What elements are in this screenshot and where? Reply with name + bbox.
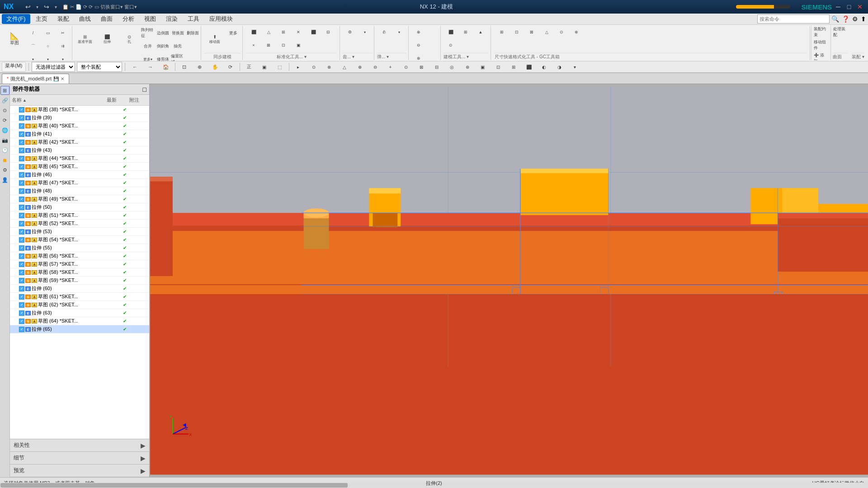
gear1[interactable]: ⚙ — [343, 26, 357, 38]
view-more14[interactable]: ⊡ — [491, 62, 505, 71]
replace-face-button[interactable]: 替换面 — [170, 27, 185, 39]
tree-row[interactable]: ✓ S A 草图 (56) *SKET... ✔ — [10, 252, 149, 260]
menu-m-button[interactable]: 菜单(M) — [2, 62, 26, 72]
tree-row[interactable]: ✓ E 拉伸 (39) ✔ — [10, 114, 149, 122]
datum-plane-button[interactable]: ⊞ 基准平面 — [74, 27, 96, 52]
tree-row[interactable]: ✓ S A 草图 (40) *SKET... ✔ — [10, 122, 149, 130]
view-more3[interactable]: ⊗ — [322, 62, 336, 71]
tree-row[interactable]: ✓ S A 草图 (42) *SKET... ✔ — [10, 138, 149, 146]
arc-button[interactable]: ⌒ — [26, 40, 40, 52]
view-btn1[interactable]: ← — [128, 62, 142, 71]
tool5[interactable]: ⬛ — [306, 26, 321, 38]
view-more15[interactable]: ⊞ — [506, 62, 521, 71]
view-rotate[interactable]: ⟳ — [223, 62, 238, 71]
tab-model[interactable]: * 抛光机_model8.prt 💾 ✕ — [2, 74, 69, 84]
assembly-constraint-button[interactable]: 装配约束 — [813, 26, 828, 38]
tool10[interactable]: ▣ — [291, 39, 306, 52]
move-component-button[interactable]: 移动组件 — [813, 39, 828, 52]
view-more17[interactable]: ◐ — [537, 62, 552, 71]
add-component-button[interactable]: ➕ 添加 — [813, 52, 828, 60]
spring1[interactable]: ⫛ — [377, 26, 392, 38]
chamfer-button[interactable]: 倒斜角 — [156, 40, 170, 52]
view-more19[interactable]: ▾ — [568, 62, 582, 71]
tool8[interactable]: ⊠ — [261, 39, 276, 52]
maximize-button[interactable]: □ — [844, 2, 854, 11]
view-btn3[interactable]: 🏠 — [159, 62, 173, 71]
move-face-button[interactable]: ⬆ 移动面 — [204, 27, 226, 52]
web-icon[interactable]: 🌐 — [0, 126, 9, 135]
mt4[interactable]: ⊙ — [443, 39, 458, 52]
tree-row[interactable]: ✓ E 拉伸 (65) ✔ — [10, 325, 149, 333]
tree-row[interactable]: ✓ E 拉伸 (50) ✔ — [10, 203, 149, 211]
rect-button[interactable]: ▭ — [41, 27, 55, 39]
tree-row[interactable]: ✓ S A 草图 (57) *SKET... ✔ — [10, 260, 149, 268]
view-front[interactable]: 正 — [242, 62, 256, 71]
tool3[interactable]: ⊞ — [276, 26, 291, 38]
view-shade[interactable]: ▣ — [257, 62, 272, 71]
tool7[interactable]: × — [246, 39, 261, 52]
view-pan[interactable]: ✋ — [208, 62, 222, 71]
tool9[interactable]: ⊡ — [276, 39, 291, 52]
part-navigator-icon[interactable]: ⊞ — [0, 86, 9, 95]
tree-col-name[interactable]: 名称 ▲ — [12, 97, 107, 103]
redo-dropdown[interactable]: ▾ — [55, 5, 57, 9]
combine-button[interactable]: 合并 — [141, 40, 155, 52]
shell-button[interactable]: 抽壳 — [170, 40, 185, 52]
delete-face-button[interactable]: 删除面 — [185, 27, 200, 39]
history-icon[interactable]: ⟳ — [0, 116, 9, 125]
tree-row[interactable]: ✓ S A 草图 (52) *SKET... ✔ — [10, 220, 149, 228]
spring1-drop[interactable]: ▾ — [392, 26, 406, 38]
edge-blend-button[interactable]: 边倒圆 — [156, 27, 170, 39]
sketch-button[interactable]: 📐 草图 — [4, 27, 25, 52]
tool2[interactable]: △ — [261, 26, 276, 38]
tree-row[interactable]: ✓ S A 草图 (61) *SKET... ✔ — [10, 293, 149, 301]
view-more2[interactable]: ⊙ — [307, 62, 321, 71]
menu-render[interactable]: 渲染 — [161, 14, 182, 24]
tree-row[interactable]: ✓ S A 草图 (38) *SKET... ✔ — [10, 106, 149, 114]
view-more4[interactable]: △ — [337, 62, 352, 71]
role-icon[interactable]: 👤 — [0, 175, 9, 184]
tree-content[interactable]: ✓ S A 草图 (38) *SKET... ✔ ✓ E 拉伸 (39) ✔ ✓… — [10, 106, 149, 439]
related-section[interactable]: 相关性 ▶ — [10, 439, 149, 452]
clock-icon[interactable]: 🕐 — [0, 145, 9, 155]
view-more12[interactable]: ⊛ — [460, 62, 475, 71]
view-more10[interactable]: ⊟ — [429, 62, 444, 71]
expand-icon[interactable]: ⬆ — [861, 15, 866, 23]
trim-body-button[interactable]: 修剪体 — [156, 53, 170, 61]
menu-file[interactable]: 文件(F) — [2, 14, 30, 24]
more-curve-button[interactable]: ▾ — [41, 53, 55, 61]
undo-button[interactable]: ↩ — [21, 0, 35, 13]
view-more[interactable]: ▸ — [291, 62, 306, 71]
preview-section[interactable]: 预览 ▶ — [10, 465, 149, 477]
view-more7[interactable]: + — [383, 62, 398, 71]
view-more13[interactable]: ▣ — [476, 62, 490, 71]
trim-button[interactable]: ✂ — [56, 27, 70, 39]
tab-close-button[interactable]: ✕ — [61, 76, 64, 81]
close-button[interactable]: ✕ — [855, 2, 864, 11]
redo-button[interactable]: ↪ — [39, 0, 54, 13]
color-icon[interactable]: ◼ — [0, 155, 9, 164]
surface-assembly-button[interactable]: 处理装配 — [833, 26, 847, 38]
circle-button[interactable]: ○ — [41, 40, 55, 52]
tree-row[interactable]: ✓ E 拉伸 (43) ✔ — [10, 146, 149, 155]
more-edit-button[interactable]: ▾ — [56, 53, 70, 61]
undo-dropdown[interactable]: ▾ — [36, 5, 38, 9]
hole-button[interactable]: ⊙ 孔 — [118, 27, 140, 52]
view-more8[interactable]: ⊙ — [399, 62, 413, 71]
gc6[interactable]: ⊗ — [569, 26, 584, 38]
tree-row[interactable]: ✓ E 拉伸 (53) ✔ — [10, 228, 149, 236]
more-feat-button[interactable]: 更多▾ — [141, 53, 155, 61]
tool6[interactable]: ⊟ — [321, 26, 335, 38]
mt2[interactable]: ⊞ — [458, 26, 473, 38]
add1[interactable]: ⊕ — [411, 26, 426, 38]
tree-row[interactable]: ✓ S A 草图 (47) *SKET... ✔ — [10, 179, 149, 187]
tree-row[interactable]: ✓ E 拉伸 (60) ✔ — [10, 285, 149, 293]
add2[interactable]: ⊖ — [411, 39, 426, 52]
settings-icon[interactable]: ⚙ — [852, 15, 858, 23]
view-more16[interactable]: ⬛ — [522, 62, 536, 71]
tree-row[interactable]: ✓ S A 草图 (58) *SKET... ✔ — [10, 268, 149, 277]
tree-col-note[interactable]: 附注 — [129, 97, 147, 103]
search-icon[interactable]: 🔍 — [831, 15, 839, 23]
constraint-navigator-icon[interactable]: ⊙ — [0, 106, 9, 115]
help-icon[interactable]: ❓ — [842, 15, 849, 23]
